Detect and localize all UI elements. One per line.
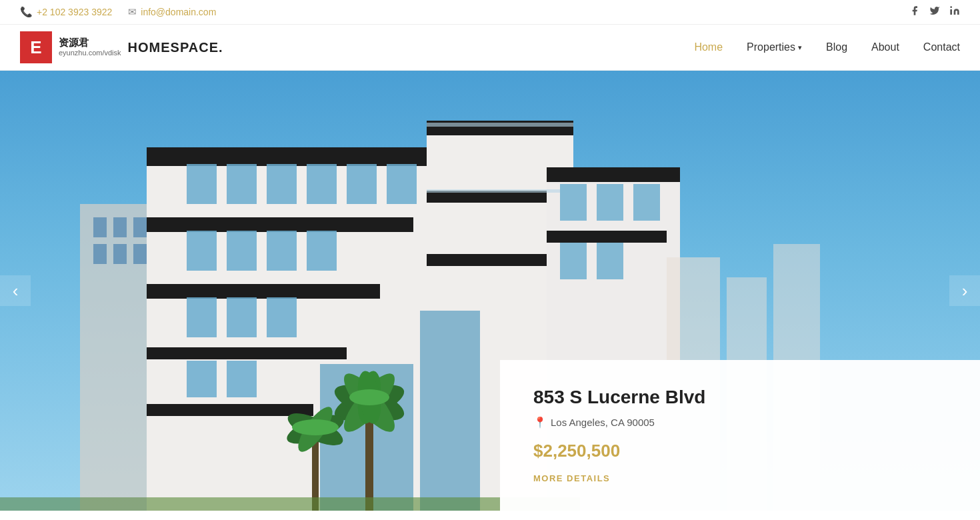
phone-contact: 📞 +2 102 3923 3922 (20, 6, 112, 18)
hero-section: ‹ › 853 S Lucerne Blvd 📍 Los Angeles, CA… (0, 71, 980, 511)
more-details-link[interactable]: MORE DETAILS (533, 473, 610, 483)
linkedin-icon[interactable] (949, 5, 960, 19)
logo-url: eyunzhu.com/vdisk (59, 49, 121, 57)
phone-link[interactable]: +2 102 3923 3922 (37, 7, 112, 17)
email-contact: ✉ info@domain.com (128, 6, 216, 18)
facebook-icon[interactable] (909, 5, 920, 19)
logo-area: E 资源君 eyunzhu.com/vdisk HOMESPACE. (20, 31, 223, 63)
main-nav: Home Properties ▾ Blog About Contact (694, 41, 960, 53)
property-card: 853 S Lucerne Blvd 📍 Los Angeles, CA 900… (500, 360, 980, 511)
logo-box: E (20, 31, 52, 63)
nav-item-blog[interactable]: Blog (826, 41, 847, 53)
header: E 资源君 eyunzhu.com/vdisk HOMESPACE. Home … (0, 25, 980, 71)
slider-prev-button[interactable]: ‹ (0, 275, 31, 306)
property-title: 853 S Lucerne Blvd (533, 387, 947, 408)
location-pin-icon: 📍 (533, 416, 547, 429)
top-bar-contacts: 📞 +2 102 3923 3922 ✉ info@domain.com (20, 6, 216, 18)
slider-next-button[interactable]: › (949, 275, 980, 306)
top-bar: 📞 +2 102 3923 3922 ✉ info@domain.com (0, 0, 980, 25)
logo-text-group: 资源君 eyunzhu.com/vdisk (59, 37, 121, 57)
social-links (909, 5, 960, 19)
phone-icon: 📞 (20, 6, 33, 18)
logo-letter: E (30, 37, 41, 58)
property-location-text: Los Angeles, CA 90005 (551, 417, 655, 428)
chevron-left-icon: ‹ (13, 282, 19, 299)
property-location: 📍 Los Angeles, CA 90005 (533, 416, 947, 429)
svg-point-0 (950, 6, 952, 8)
nav-item-home[interactable]: Home (694, 41, 723, 53)
property-price: $2,250,500 (533, 441, 947, 461)
nav-item-properties[interactable]: Properties ▾ (747, 41, 802, 53)
email-link[interactable]: info@domain.com (141, 7, 216, 17)
email-icon: ✉ (128, 6, 137, 18)
twitter-icon[interactable] (929, 5, 940, 19)
logo-chinese: 资源君 (59, 37, 121, 49)
chevron-down-icon: ▾ (798, 43, 802, 52)
logo-brand: HOMESPACE. (128, 40, 223, 55)
chevron-right-icon: › (962, 282, 968, 299)
nav-item-contact[interactable]: Contact (923, 41, 960, 53)
nav-label-properties: Properties (747, 41, 795, 53)
nav-item-about[interactable]: About (871, 41, 899, 53)
